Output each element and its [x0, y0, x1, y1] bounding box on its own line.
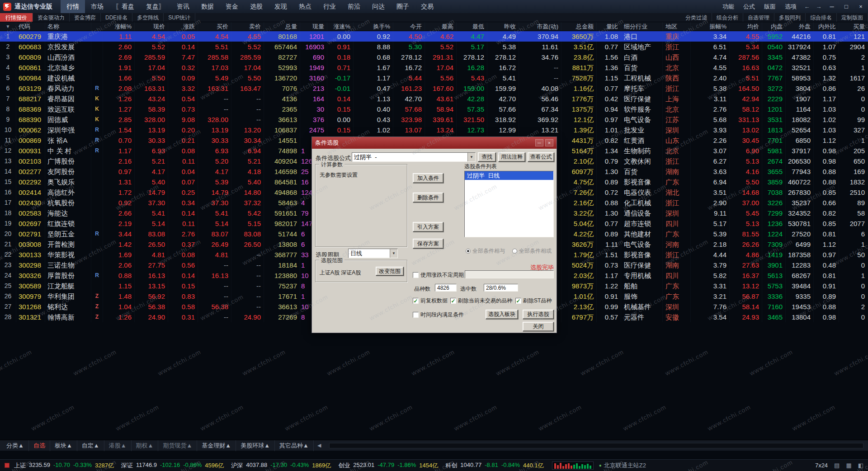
col-header-seq[interactable]: ▼ — [0, 22, 16, 31]
toolbar-left-item-2[interactable]: 资金博弈 — [70, 13, 101, 22]
close-button[interactable]: × — [854, 0, 868, 13]
bottom-tab-8[interactable]: 美股环球▲ — [236, 440, 275, 451]
table-row[interactable]: 3600809山西汾酒2.69285.597.47285.58285.59827… — [0, 52, 868, 62]
table-row[interactable]: 8688369致远互联K1.2758.390.73----2365300.150… — [0, 104, 868, 114]
back-icon[interactable]: ← — [801, 0, 813, 13]
formula-input[interactable] — [352, 153, 467, 161]
tab-scroll-track[interactable] — [329, 443, 863, 448]
col-header-buy-vol[interactable]: 买量 — [839, 22, 868, 31]
col-header-pe-ratio[interactable]: 市盈(动) — [519, 22, 561, 31]
all-and-radio[interactable]: 全部条件相与 — [466, 247, 505, 255]
titlebar-function-2[interactable]: 版面 — [760, 0, 780, 13]
message-icon[interactable]: ▦ — [846, 462, 851, 469]
menu-item-5[interactable]: 数据 — [195, 0, 220, 13]
toolbar-right-item-0[interactable]: 分类过滤 — [681, 13, 712, 22]
menu-item-0[interactable]: 行情 — [61, 0, 85, 13]
updown-period-checkbox[interactable]: 使用涨跌不定周期 — [413, 271, 464, 279]
find-button[interactable]: 查找 — [478, 152, 496, 162]
table-row[interactable]: 5600984建设机械1.665.500.095.495.50136720316… — [0, 73, 868, 83]
menu-item-1[interactable]: 市场 — [85, 0, 109, 13]
bottom-tab-1[interactable]: 自选 — [29, 440, 50, 451]
col-header-prev-close[interactable]: 昨收 — [487, 22, 519, 31]
col-header-marker[interactable] — [91, 22, 103, 31]
tab-scroll-left-icon[interactable]: ◀ — [314, 443, 325, 448]
toolbar-right-item-3[interactable]: 多股同列 — [774, 13, 806, 22]
toolbar-left-item-4[interactable]: 多空阵线 — [132, 13, 164, 22]
index-quote-3[interactable]: 创业2523.01-47.79-1.86%1454亿 — [338, 462, 438, 470]
bottom-tab-5[interactable]: 期权▲ — [132, 440, 159, 451]
toolbar-left-item-5[interactable]: SUP统计 — [164, 13, 195, 22]
toolbar-right-item-4[interactable]: 综合排名 — [806, 13, 837, 22]
usage-note-button[interactable]: 用法注释 — [498, 152, 525, 162]
col-header-low[interactable]: 最低 — [457, 22, 487, 31]
chevron-down-icon[interactable]: ▼ — [467, 153, 475, 161]
col-header-turnover-pct[interactable]: 换手% — [354, 22, 393, 31]
bottom-tab-3[interactable]: 自定▲ — [77, 440, 104, 451]
toolbar-right-item-1[interactable]: 组合分析 — [712, 13, 743, 22]
bottom-tab-9[interactable]: 其它品种▲ — [275, 440, 314, 451]
col-header-region[interactable]: 地区 — [663, 22, 691, 31]
forward-icon[interactable]: → — [813, 0, 825, 13]
period-combobox[interactable]: 日线 ▼ — [348, 249, 398, 258]
col-header-change[interactable]: 涨跌 — [168, 22, 198, 31]
col-header-avg-price[interactable]: 均价 — [730, 22, 762, 31]
toolbar-left-item-3[interactable]: DDE排名 — [101, 13, 132, 22]
dialog-minimize-icon[interactable]: ─ — [535, 139, 543, 146]
menu-item-10[interactable]: 行业 — [317, 0, 342, 13]
table-row[interactable]: 2600683京投发展2.605.520.145.515.52657464169… — [0, 42, 868, 52]
col-header-in-out-ratio[interactable]: 内外比 — [814, 22, 839, 31]
col-header-outer-vol[interactable]: 外盘 — [786, 22, 814, 31]
formula-combobox[interactable]: ▼ — [352, 152, 476, 162]
select-into-block-button[interactable]: 选股入板块 — [486, 310, 518, 319]
index-quote-1[interactable]: 深证11746.9-102.16-0.86%4596亿 — [121, 462, 224, 470]
toolbar-left-item-0[interactable]: 行情报价 — [0, 13, 33, 22]
toolbar-right-item-5[interactable]: 定制版面 — [837, 13, 868, 22]
table-row[interactable]: 10000062深圳华强R1.5413.190.2013.1913.201068… — [0, 125, 868, 135]
change-scope-button[interactable]: 改变范围 — [376, 267, 404, 276]
bottom-tab-4[interactable]: 港股▲ — [104, 440, 132, 451]
bottom-tab-2[interactable]: 板块▲ — [50, 440, 77, 451]
bottom-tab-6[interactable]: 期货现货▲ — [158, 440, 197, 451]
col-header-high[interactable]: 最高 — [425, 22, 457, 31]
forward-adjust-checkbox[interactable]: 前复权数据 — [413, 297, 448, 305]
index-quote-4[interactable]: 科创1040.77-8.81-0.84%440.1亿 — [445, 462, 543, 470]
index-quote-0[interactable]: 上证3235.59-10.70-0.33%3287亿 — [14, 462, 114, 470]
time-range-checkbox[interactable]: 时间段内满足条件 — [413, 311, 464, 319]
dialog-close-button[interactable]: 关闭 — [523, 322, 554, 331]
col-header-amount[interactable]: 总金额 — [561, 22, 597, 31]
col-header-pct-chg[interactable]: 涨幅% — [103, 22, 135, 31]
view-formula-button[interactable]: 查看公式 — [528, 152, 554, 162]
menu-item-8[interactable]: 发现 — [269, 0, 293, 13]
col-header-open[interactable]: 今开 — [393, 22, 425, 31]
menu-item-4[interactable]: 资讯 — [171, 0, 195, 13]
condition-listbox[interactable]: 过阴半 日线 — [464, 171, 554, 237]
table-row[interactable]: 9688390固德威K2.85328.009.08328.00--3661337… — [0, 114, 868, 125]
add-condition-button[interactable]: 加入条件 — [413, 173, 443, 183]
menu-item-11[interactable]: 前沿 — [342, 0, 366, 13]
col-header-speed-pct[interactable]: 涨速% — [327, 22, 354, 31]
table-row[interactable]: 6603129春风动力R2.08163.313.32163.31163.4770… — [0, 83, 868, 94]
menu-item-7[interactable]: 选股 — [244, 0, 269, 13]
minimize-button[interactable]: ─ — [825, 0, 839, 13]
menu-item-12[interactable]: 问达 — [366, 0, 391, 13]
all-or-radio[interactable]: 全部条件相或 — [512, 247, 552, 255]
menu-item-6[interactable]: 资金 — [220, 0, 244, 13]
col-header-volume-ratio[interactable]: 量比 — [597, 22, 621, 31]
col-header-amplitude-pct[interactable]: 振幅% — [691, 22, 730, 31]
layout-icon[interactable]: ◧ — [858, 462, 863, 469]
remove-st-checkbox[interactable]: 剔除ST品种 — [515, 297, 552, 305]
maximize-button[interactable]: □ — [839, 0, 854, 13]
condition-list-item[interactable]: 过阴半 日线 — [465, 171, 553, 180]
server-name[interactable]: 北京联通主站Z2 — [604, 462, 646, 470]
titlebar-function-1[interactable]: 公式 — [739, 0, 760, 13]
menu-item-13[interactable]: 圈子 — [391, 0, 415, 13]
table-row[interactable]: 1600279重庆港1.114.540.054.544.558016812010… — [0, 31, 868, 42]
menu-item-2[interactable]: 〖看盘 — [109, 0, 140, 13]
toolbar-left-item-1[interactable]: 资金驱动力 — [33, 13, 70, 22]
col-header-volume[interactable]: 总量 — [264, 22, 300, 31]
toolbar-right-item-2[interactable]: 自选管理 — [743, 13, 774, 22]
col-header-code[interactable]: 代码 — [16, 22, 45, 31]
titlebar-function-0[interactable]: 功能 — [718, 0, 739, 13]
bottom-tab-7[interactable]: 基金理财▲ — [197, 440, 236, 451]
dialog-close-icon[interactable]: × — [545, 139, 553, 146]
